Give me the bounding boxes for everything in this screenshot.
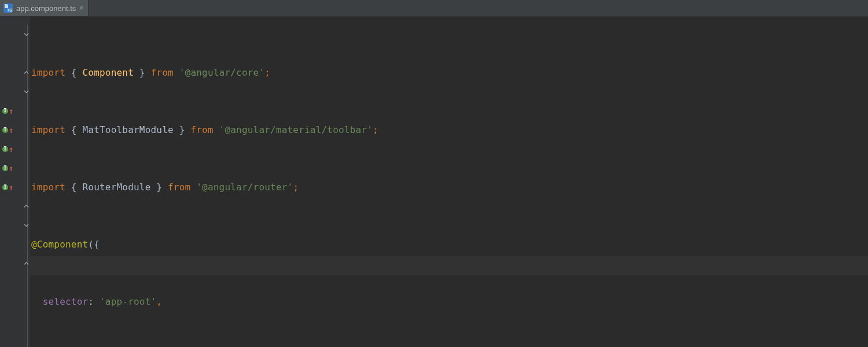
tab-bar: app.component.ts ×: [0, 0, 868, 17]
file-tab[interactable]: app.component.ts ×: [0, 0, 89, 16]
fold-end-icon[interactable]: [23, 69, 30, 76]
gutter-annotation-override-icon[interactable]: I↑: [2, 158, 13, 178]
code-line[interactable]: @Component({: [30, 235, 868, 254]
gutter-annotation-override-icon[interactable]: I↑: [2, 178, 13, 197]
fold-toggle-icon[interactable]: [23, 88, 30, 95]
fold-end-icon[interactable]: [23, 260, 30, 267]
code-area[interactable]: import { Component } from '@angular/core…: [30, 17, 868, 347]
gutter-annotation-override-icon[interactable]: I↑: [2, 139, 13, 158]
code-line[interactable]: import { MatToolbarModule } from '@angul…: [30, 120, 868, 139]
code-line[interactable]: selector: 'app-root',: [30, 292, 868, 311]
fold-toggle-icon[interactable]: [23, 31, 30, 38]
gutter: I↑ I↑ I↑ I↑ I↑: [0, 17, 30, 347]
typescript-file-icon: [3, 3, 13, 13]
gutter-annotation-override-icon[interactable]: I↑: [2, 101, 13, 120]
fold-toggle-icon[interactable]: [23, 222, 30, 229]
tab-filename: app.component.ts: [16, 4, 76, 13]
code-line[interactable]: import { RouterModule } from '@angular/r…: [30, 178, 868, 197]
gutter-annotation-override-icon[interactable]: I↑: [2, 120, 13, 139]
fold-end-icon[interactable]: [23, 202, 30, 210]
close-icon[interactable]: ×: [79, 4, 83, 12]
editor[interactable]: I↑ I↑ I↑ I↑ I↑ import { Component } from…: [0, 17, 868, 347]
code-line[interactable]: import { Component } from '@angular/core…: [30, 63, 868, 82]
